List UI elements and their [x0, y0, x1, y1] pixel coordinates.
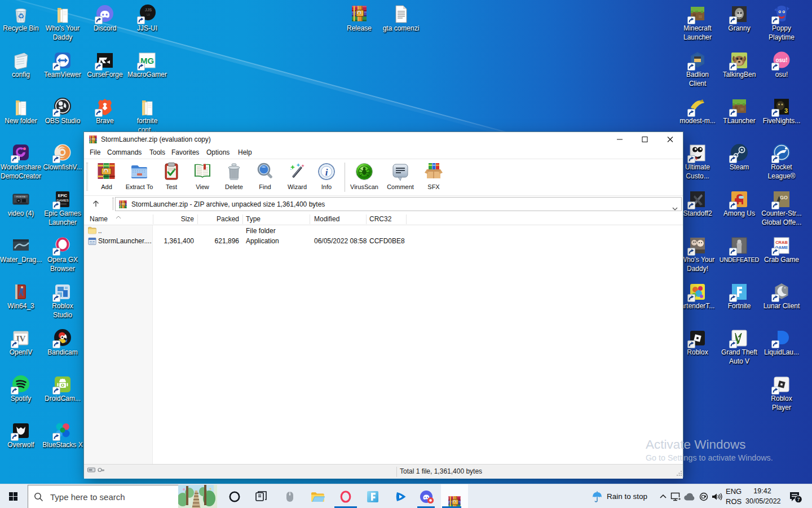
svg-text:FILMORA: FILMORA — [16, 196, 26, 198]
svg-text:UI: UI — [147, 13, 150, 16]
svg-text:i: i — [325, 167, 328, 178]
svg-text:♻: ♻ — [17, 12, 24, 20]
svg-text:7: 7 — [797, 497, 800, 502]
svg-text:EPIC: EPIC — [58, 194, 67, 198]
svg-text:JJS: JJS — [145, 8, 152, 12]
svg-text:CRAB: CRAB — [775, 240, 788, 245]
svg-text:3: 3 — [784, 107, 788, 114]
svg-text:GO: GO — [780, 195, 788, 200]
